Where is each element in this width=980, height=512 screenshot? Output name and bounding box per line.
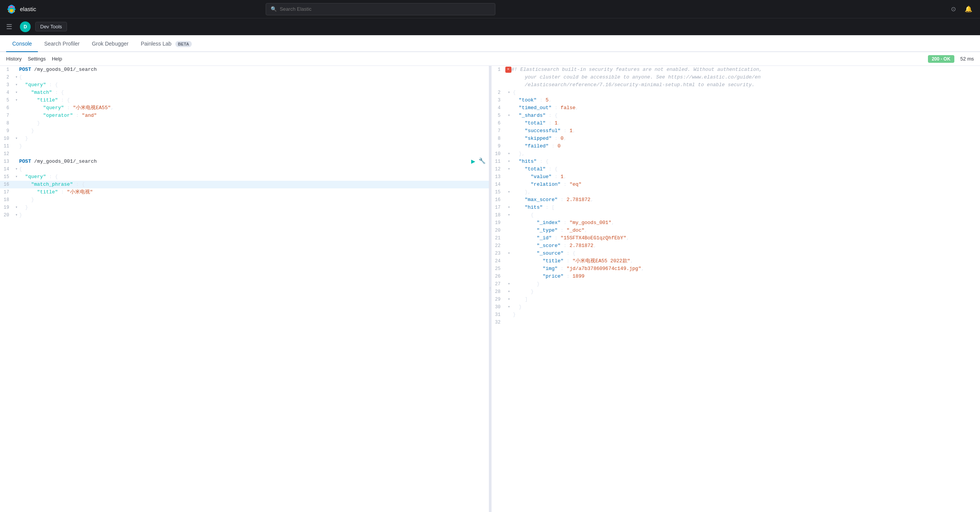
line-number: 8: [492, 135, 505, 142]
line-number: 29: [492, 296, 505, 303]
editor-line[interactable]: 5▾ "title" : {: [0, 97, 489, 104]
run-button[interactable]: ▶: [471, 158, 475, 165]
response-line: 25 "img" : "jd/a7b378609674c149.jpg",: [492, 265, 980, 273]
editor-line[interactable]: 14▾{: [0, 165, 489, 173]
response-line: 10▾ },: [492, 150, 980, 158]
collapse-gutter: ▾: [14, 165, 19, 173]
response-line: 27▾ }: [492, 280, 980, 288]
top-bar: elastic 🔍 ⊙ 🔔: [0, 0, 980, 18]
editor-line[interactable]: 3▾ "query" : {: [0, 81, 489, 89]
line-number: 5: [0, 97, 14, 104]
line-number: 25: [492, 265, 505, 273]
line-content: POST /my_goods_001/_search: [19, 158, 471, 165]
response-line-content: /elasticsearch/reference/7.16/security-m…: [513, 81, 980, 89]
url-text: /my_goods_001/_search: [34, 159, 97, 164]
editor-line[interactable]: 16 "match_phrase" : {: [0, 181, 489, 188]
line-number: 10: [0, 135, 14, 142]
line-number: 16: [0, 181, 14, 188]
editor-line[interactable]: 15▾ "query" : {: [0, 173, 489, 181]
editor-line[interactable]: 7 "operator" : "and": [0, 112, 489, 119]
response-line-content: {: [513, 211, 980, 219]
collapse-gutter: ▾: [14, 204, 19, 211]
response-line: 7 "successful" : 1,: [492, 127, 980, 135]
response-line: 24 "title" : "小米电视EA55 2022款",: [492, 257, 980, 265]
response-line-content: "_score" : 2.781872,: [513, 242, 980, 250]
elastic-logo[interactable]: elastic: [6, 4, 36, 15]
line-content: "query" : {: [19, 173, 489, 181]
editor-line[interactable]: 18 }: [0, 196, 489, 204]
editor-line[interactable]: 4▾ "match" : {: [0, 89, 489, 97]
line-content: "title" : {: [19, 97, 489, 104]
response-line-content: "img" : "jd/a7b378609674c149.jpg",: [513, 265, 980, 273]
editor-line[interactable]: 12: [0, 150, 489, 158]
collapse-gutter: ▾: [14, 74, 19, 81]
editor-line[interactable]: 13POST /my_goods_001/_search ▶ 🔧: [0, 158, 489, 165]
response-line-content: "timed_out" : false,: [513, 104, 980, 112]
wrench-icon[interactable]: 🔧: [479, 158, 486, 165]
response-line: 31}: [492, 311, 980, 319]
response-line: 3 "took" : 5,: [492, 97, 980, 104]
global-search-bar[interactable]: 🔍: [266, 3, 495, 15]
response-line-content: },: [513, 150, 980, 158]
dev-tools-breadcrumb[interactable]: Dev Tools: [35, 22, 67, 31]
line-content: {: [19, 165, 489, 173]
search-input[interactable]: [280, 6, 490, 12]
collapse-gutter: ▾: [14, 173, 19, 181]
line-number: 22: [492, 242, 505, 250]
editor-line[interactable]: 8 }: [0, 119, 489, 127]
collapse-gutter: ▾: [505, 211, 513, 219]
editor-line[interactable]: 11}: [0, 142, 489, 150]
line-number: 2: [492, 89, 505, 97]
line-content: }: [19, 211, 489, 219]
response-line: 13 "value" : 1,: [492, 173, 980, 181]
tab-grok-debugger[interactable]: Grok Debugger: [86, 36, 135, 52]
tab-search-profiler[interactable]: Search Profiler: [38, 36, 86, 52]
settings-icon[interactable]: ⊙: [948, 4, 959, 15]
response-line-content: "successful" : 1,: [513, 127, 980, 135]
collapse-gutter: ▾: [505, 303, 513, 311]
editor-line[interactable]: 6 "query" : "小米电视EA55",: [0, 104, 489, 112]
line-content: "query" : {: [19, 81, 489, 89]
notifications-icon[interactable]: 🔔: [963, 4, 974, 15]
response-line: 2▾{: [492, 89, 980, 97]
line-number: 18: [492, 211, 505, 219]
response-line: 18▾ {: [492, 211, 980, 219]
response-line: 5▾ "_shards" : {: [492, 112, 980, 119]
response-line-content: "_source" : {: [513, 250, 980, 257]
line-number: 12: [0, 150, 14, 158]
line-number: 6: [492, 119, 505, 127]
tab-painless-lab[interactable]: Painless Lab BETA: [135, 36, 198, 52]
line-number: 4: [492, 104, 505, 112]
tab-console[interactable]: Console: [6, 36, 38, 52]
response-line-content: "hits" : [: [513, 204, 980, 211]
response-line: 17▾ "hits" : [: [492, 204, 980, 211]
line-content: "title" : "小米电视": [19, 188, 489, 196]
response-line: 11▾ "hits" : {: [492, 158, 980, 165]
editor-line[interactable]: 20▾}: [0, 211, 489, 219]
hamburger-menu[interactable]: ☰: [6, 23, 12, 31]
history-button[interactable]: History: [6, 56, 21, 62]
editor-line[interactable]: 9 }: [0, 127, 489, 135]
response-line-content: "took" : 5,: [513, 97, 980, 104]
editor-line[interactable]: 1POST /my_goods_001/_search: [0, 66, 489, 74]
response-line-content: "total" : {: [513, 165, 980, 173]
line-number: 3: [492, 97, 505, 104]
editor-line[interactable]: 19▾ }: [0, 204, 489, 211]
response-line-content: your cluster could be accessible to anyo…: [513, 74, 980, 81]
settings-button[interactable]: Settings: [28, 56, 46, 62]
line-number: 6: [0, 104, 14, 112]
editor-line[interactable]: 17 "title" : "小米电视": [0, 188, 489, 196]
collapse-gutter: ▾: [505, 158, 513, 165]
editor-line[interactable]: 10▾ }: [0, 135, 489, 142]
response-line-content: "title" : "小米电视EA55 2022款",: [513, 257, 980, 265]
collapse-gutter: ▾: [505, 165, 513, 173]
editor-pane[interactable]: 1POST /my_goods_001/_search2▾{3▾ "query"…: [0, 66, 489, 512]
close-button[interactable]: ×: [505, 67, 511, 73]
collapse-gutter: ▾: [14, 97, 19, 104]
line-number: 9: [492, 142, 505, 150]
help-button[interactable]: Help: [52, 56, 62, 62]
editor-line[interactable]: 2▾{: [0, 74, 489, 81]
elastic-brand-text: elastic: [20, 6, 36, 12]
response-pane[interactable]: 1×#! Elasticsearch built-in security fea…: [492, 66, 980, 512]
response-line-content: "hits" : {: [513, 158, 980, 165]
